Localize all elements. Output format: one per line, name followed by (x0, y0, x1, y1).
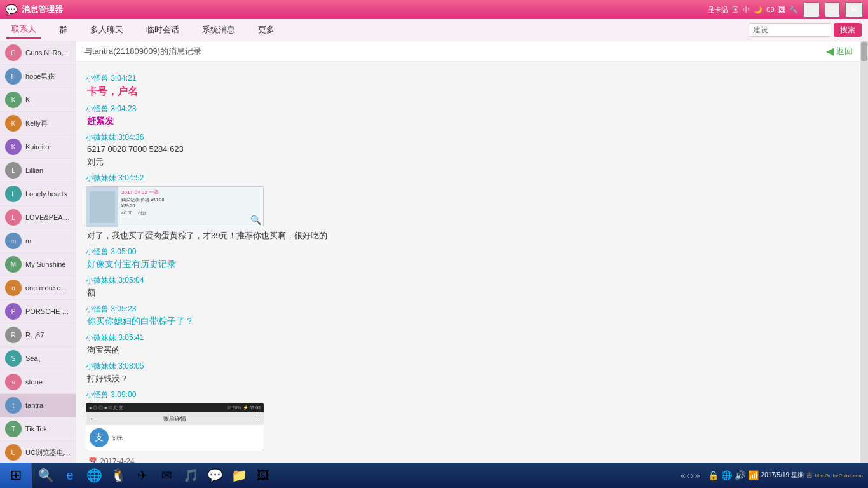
tray-icon-4[interactable]: 📶 (748, 470, 759, 480)
guitar-china-label: bbs.GuitarChina.com (815, 473, 863, 478)
minimize-button[interactable]: ─ (803, 2, 820, 17)
more-icon: ⋮ (254, 416, 260, 422)
avatar: K (5, 139, 22, 155)
start-button[interactable]: ⊞ (0, 463, 32, 488)
message-content: 淘宝买的 (86, 344, 851, 356)
windows-icon: ⊞ (10, 467, 22, 484)
tray-icon-2[interactable]: 🌐 (721, 470, 732, 480)
titlebar-left: 💬 消息管理器 (5, 4, 63, 16)
nav-contacts[interactable]: 联系人 (6, 21, 41, 39)
image-thumbnail (86, 187, 118, 227)
phone-content: ← 账单详情 ⋮ 支 刘元 (86, 412, 264, 451)
mail-icon: ✉ (161, 468, 172, 483)
contact-item[interactable]: K Kuireitor (0, 135, 76, 159)
phone-statusbar: ● ◎ ◎ ■ ⁞⁞⁞ 文 支 ⁞⁞⁞ 90% ⚡ 03:08 (86, 403, 264, 412)
avatar: s (5, 374, 22, 390)
contact-item[interactable]: M My Sunshine (0, 253, 76, 276)
contact-item-tantra[interactable]: t tantra (0, 394, 76, 417)
titlebar: 💬 消息管理器 显卡温 国 中 🌙 09 🖼 🔧 ─ □ ✕ (0, 0, 868, 19)
back-button[interactable]: ◀ 返回 (826, 45, 853, 57)
avatar: L (5, 209, 22, 226)
message-block: 小怪兽 3:05:23 你买你媳妇的白带粽子了？ (86, 304, 851, 327)
restore-button[interactable]: □ (825, 2, 840, 17)
nav-prev-button[interactable]: ‹ (686, 470, 689, 480)
contact-item[interactable]: S Sea、 (0, 347, 76, 370)
contact-item[interactable]: G Guns N' Roses (0, 41, 76, 65)
search-input[interactable] (749, 23, 831, 37)
search-button[interactable]: 搜索 (834, 23, 862, 37)
scrollbar-thumb[interactable] (861, 42, 867, 61)
nav-first-button[interactable]: « (681, 470, 686, 480)
main-layout: G Guns N' Roses H hope男孩 K K. K Kelly再 K… (0, 41, 868, 463)
contact-item[interactable]: T Tik Tok (0, 417, 76, 441)
nav-more[interactable]: 更多 (253, 22, 280, 38)
message-content: 你买你媳妇的白带粽子了？ (86, 316, 851, 327)
zoom-icon[interactable]: 🔍 (250, 215, 261, 225)
nav-temp-session[interactable]: 临时会话 (141, 22, 184, 38)
message-image[interactable]: 2017-04-22 一条 购买记录 价格 ¥39.20 ¥39.20 40.0… (86, 186, 264, 227)
taskbar-app-files[interactable]: 📁 (227, 464, 250, 487)
avatar: U (5, 444, 22, 461)
messages-container[interactable]: 小怪兽 3:04:21 卡号，户名 小怪兽 3:04:23 赶紧发 小微妹妹 3… (76, 62, 860, 463)
message-block: 小怪兽 3:04:23 赶紧发 (86, 104, 851, 127)
contact-item[interactable]: K K. (0, 88, 76, 112)
taskbar-app-chat[interactable]: 💬 (203, 464, 226, 487)
contact-item[interactable]: H hope男孩 (0, 65, 76, 88)
nav-multi-chat[interactable]: 多人聊天 (85, 22, 128, 38)
contact-name: My Sunshine (25, 261, 71, 268)
qq-icon: 🐧 (111, 468, 126, 483)
contact-item[interactable]: s stone (0, 370, 76, 394)
nav-next-button[interactable]: › (691, 470, 694, 480)
image-details: 2017-04-22 一条 购买记录 价格 ¥39.20 ¥39.20 40.0… (118, 187, 263, 227)
contact-item[interactable]: m m (0, 229, 76, 253)
phone-screenshot: ● ◎ ◎ ■ ⁞⁞⁞ 文 支 ⁞⁞⁞ 90% ⚡ 03:08 ← 账单详情 ⋮… (86, 403, 264, 451)
taskbar-app-feishu[interactable]: ✈ (131, 464, 154, 487)
contact-item[interactable]: L Lillian (0, 159, 76, 182)
contact-item[interactable]: o one more chance (0, 276, 76, 300)
contact-item[interactable]: K Kelly再 (0, 112, 76, 135)
avatar: P (5, 303, 22, 320)
contact-item[interactable]: R R. ,67 (0, 323, 76, 347)
message-content: 赶紧发 (86, 116, 851, 127)
taskbar-extra-icons: 显卡温 国 中 🌙 09 🖼 🔧 (707, 5, 797, 15)
message-time: 小微妹妹 3:08:05 (86, 361, 851, 372)
message-time: 小微妹妹 3:04:52 (86, 173, 851, 184)
contact-item[interactable]: L Lonely.hearts (0, 182, 76, 206)
contact-name: Lillian (25, 166, 71, 174)
contact-item[interactable]: L LOVE&PEACE (0, 206, 76, 229)
avatar: M (5, 256, 22, 273)
taskbar-app-mail[interactable]: ✉ (155, 464, 178, 487)
phone-recipient: 刘元 (112, 435, 260, 442)
contact-name: tantra (25, 402, 71, 409)
taskbar-app-photos[interactable]: 🖼 (252, 464, 275, 487)
taskbar-app-music[interactable]: 🎵 (179, 464, 202, 487)
avatar: o (5, 280, 22, 296)
taskbar-app-search[interactable]: 🔍 (34, 464, 57, 487)
avatar: L (5, 186, 22, 202)
contact-item[interactable]: P PORSCHE GTS (0, 300, 76, 323)
phone-body: 支 刘元 (86, 425, 264, 451)
chat-area: 与tantra(211809009)的消息记录 ◀ 返回 小怪兽 3:04:21… (76, 41, 860, 463)
chat-icon: 💬 (207, 468, 223, 483)
files-icon: 📁 (231, 468, 247, 483)
guitar-china-icon[interactable]: 吉 (806, 471, 813, 480)
top-navigation: 联系人 群 多人聊天 临时会话 系统消息 更多 搜索 (0, 19, 868, 41)
contact-name: UC浏览器电脑... (25, 448, 71, 458)
contact-item[interactable]: U UC浏览器电脑... (0, 441, 76, 463)
contact-name: Sea、 (25, 354, 71, 363)
taskbar-app-chrome[interactable]: 🌐 (83, 464, 105, 487)
close-button[interactable]: ✕ (845, 2, 863, 17)
nav-last-button[interactable]: » (695, 470, 700, 480)
scrollbar-panel[interactable] (860, 41, 868, 463)
nav-system-msg[interactable]: 系统消息 (197, 22, 240, 38)
tray-icon-1[interactable]: 🔒 (708, 470, 719, 480)
tray-icon-3[interactable]: 🔊 (735, 470, 745, 480)
message-content: 对了，我也买了蛋肉蛋黄粽了，才39元！推荐你也买啊，很好吃的 (86, 230, 851, 241)
search-area: 搜索 (749, 23, 862, 37)
taskbar-app-ie[interactable]: e (58, 464, 81, 487)
taskbar-app-qq[interactable]: 🐧 (107, 464, 130, 487)
message-time: 小微妹妹 3:04:36 (86, 132, 851, 143)
chat-title: 与tantra(211809009)的消息记录 (84, 46, 201, 57)
nav-groups[interactable]: 群 (54, 22, 72, 38)
contact-name: Guns N' Roses (25, 49, 71, 57)
